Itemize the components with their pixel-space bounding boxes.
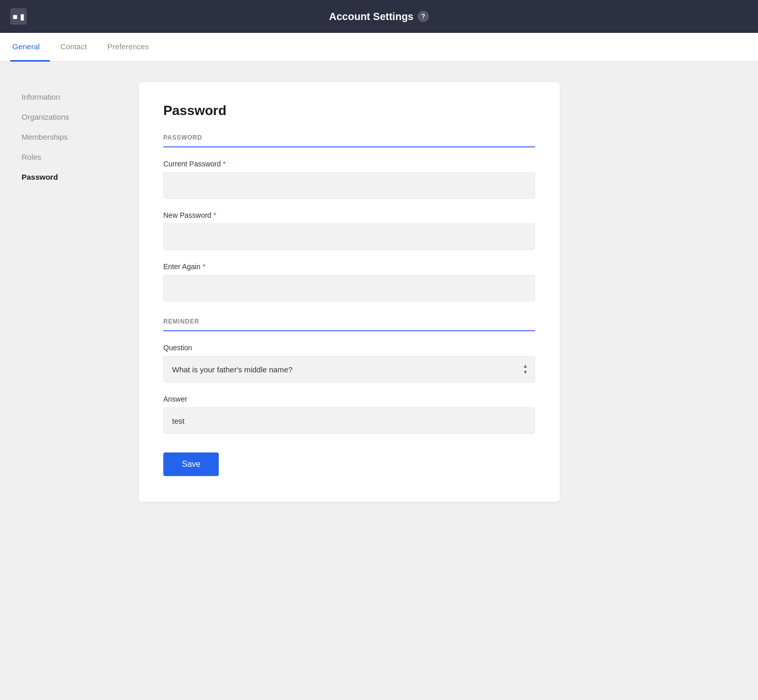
answer-label: Answer [163,395,535,403]
enter-again-required: * [202,262,205,271]
new-password-input[interactable] [163,223,535,250]
password-section-header: PASSWORD [163,134,535,147]
sidebar-item-organizations[interactable]: Organizations [15,107,128,126]
tab-preferences[interactable]: Preferences [97,33,159,62]
card-title: Password [163,103,535,119]
topbar: ■ ▮ Account Settings ? [0,0,758,33]
enter-again-group: Enter Again * [163,262,535,301]
sidebar-item-memberships[interactable]: Memberships [15,127,128,146]
new-password-required: * [213,211,216,219]
sidebar-toggle-button[interactable]: ■ ▮ [10,8,27,25]
current-password-group: Current Password * [163,160,535,199]
sidebar-item-password[interactable]: Password [15,167,128,186]
content-area: Password PASSWORD Current Password * New… [139,82,560,679]
tab-general[interactable]: General [10,33,50,62]
page-title: Account Settings [329,11,413,23]
sidebar: Information Organizations Memberships Ro… [15,82,128,679]
current-password-required: * [223,160,225,168]
password-card: Password PASSWORD Current Password * New… [139,82,560,502]
question-group: Question What is your father's middle na… [163,344,535,383]
sidebar-item-information[interactable]: Information [15,87,128,106]
main-layout: Information Organizations Memberships Ro… [0,62,758,700]
enter-again-input[interactable] [163,275,535,301]
answer-input[interactable] [163,407,535,434]
question-select[interactable]: What is your father's middle name? What … [163,356,535,383]
new-password-label: New Password * [163,211,535,219]
new-password-group: New Password * [163,211,535,250]
save-section: Save [163,452,535,476]
current-password-label: Current Password * [163,160,535,168]
menu-icon: ■ ▮ [12,12,24,22]
help-icon-button[interactable]: ? [418,11,429,22]
answer-group: Answer [163,395,535,434]
topbar-title-wrap: Account Settings ? [329,11,429,23]
tabs-bar: General Contact Preferences [0,33,758,62]
save-button[interactable]: Save [163,452,219,476]
tab-contact[interactable]: Contact [50,33,97,62]
sidebar-item-roles[interactable]: Roles [15,147,128,166]
reminder-section: REMINDER Question What is your father's … [163,318,535,434]
reminder-section-header: REMINDER [163,318,535,331]
question-select-wrapper: What is your father's middle name? What … [163,356,535,383]
question-label: Question [163,344,535,352]
current-password-input[interactable] [163,172,535,199]
enter-again-label: Enter Again * [163,262,535,271]
